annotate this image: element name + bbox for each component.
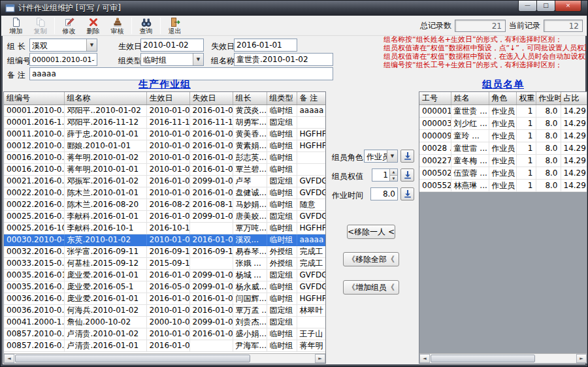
production-row-cell[interactable]: 00041.2000-1... [4,316,64,328]
production-row-cell[interactable]: 2016-01-01 [189,187,233,199]
production-row-cell[interactable]: 2016-01-01 [189,328,233,340]
member-row-cell[interactable]: 000552 ... [419,179,451,191]
column-header-group-type[interactable]: 组类型 [267,92,297,104]
production-row[interactable]: 00033.2015-0...何基桂.2015-09-122015-09-12张… [4,257,325,269]
scroll-left-button[interactable]: ◄ [4,354,14,363]
hscrollbar-thumb[interactable] [431,355,535,362]
toolbar-copy-button[interactable]: 复制 [28,16,52,35]
member-row-cell[interactable]: 作业员 [489,167,516,179]
production-row-cell[interactable]: 固定组 [267,304,297,316]
production-row-cell[interactable]: aaaaa [297,234,325,246]
toolbar-add-button[interactable]: 增加 [4,16,28,35]
member-row-cell[interactable]: 童冬梅 ... [451,154,489,167]
production-row-cell[interactable]: 2010-01-01 [146,187,189,199]
production-row-cell[interactable]: aaaaa [297,104,325,116]
work-time-input[interactable] [370,187,398,200]
production-row-cell[interactable]: 卢清贵.2016-01-01 [64,340,146,351]
member-row-cell[interactable]: 1 [516,142,536,154]
production-row-cell[interactable]: 杨永威... [233,281,267,293]
production-row[interactable]: 00001.2010-0...邓阳平..2010-01-022010-01-02… [4,104,325,116]
toolbar-edit-button[interactable]: 修改 [57,16,81,35]
production-row-cell[interactable]: 黄素娟... [233,140,267,152]
remove-all-button[interactable]: 《移除全部《 [343,252,399,266]
production-row-cell[interactable]: 2016-01-01 [189,293,233,304]
member-row-cell[interactable]: 8.0 [536,167,561,179]
group-no-field[interactable] [29,53,97,66]
maximize-button[interactable]: □ [536,1,555,12]
spin-down-button[interactable]: ▼ [390,175,397,182]
group-type-combobox[interactable]: 临时组 ▼ [140,53,204,66]
member-row-cell[interactable]: 童玲 ... [451,129,489,142]
production-row-cell[interactable]: 00016.2010-0... [4,152,64,163]
production-row-cell[interactable]: 2010-01-01 [146,163,189,175]
production-row-cell[interactable]: 00016.2010-0... [4,163,64,175]
production-row-cell[interactable]: HGFHFG [297,140,325,152]
production-row-cell[interactable]: 何海兵.2010-01-02 [64,304,146,316]
production-row-cell[interactable]: 陈木兰.2010-01-01 [64,187,146,199]
member-row-cell[interactable]: 1 [516,154,536,167]
production-row-cell[interactable]: HGFHFG [297,128,325,140]
member-row-cell[interactable]: 8.0 [536,117,561,129]
production-row-cell[interactable] [297,152,325,163]
toolbar-audit-button[interactable]: 审核 [105,16,129,35]
member-row-cell[interactable]: 14.29 [561,104,587,117]
effective-date-field[interactable] [140,39,204,52]
member-row[interactable]: 000227 ...童冬梅 ...作业员18.014.29 [419,154,587,167]
production-row[interactable]: 00041.2000-1...詹仙.2000-10-022000-10-0220… [4,316,325,328]
production-row-cell[interactable]: 2016-01-01 [189,128,233,140]
production-row-cell[interactable]: 00011.2010-0... [4,128,64,140]
production-row[interactable]: 00036.2010-0...何海兵.2010-01-022010-01-022… [4,304,325,316]
member-row-cell[interactable]: 000009 ... [419,129,451,142]
production-row[interactable]: 00011.2010-0...薛于忠.2010-01-012010-01-012… [4,128,325,140]
production-row-cell[interactable]: 何基桂.2015-09-12 [64,257,146,269]
member-row-cell[interactable]: 8.0 [536,179,561,191]
remove-one-button[interactable]: <移除一人 < [347,225,395,239]
production-row-cell[interactable]: 李献科.2016-10-1 [64,222,146,234]
member-row-cell[interactable]: 作业员 [489,154,516,167]
production-row-cell[interactable]: 薛于忠.2010-01-01 [64,128,146,140]
production-row-cell[interactable]: 00857.2010-0... [4,328,64,340]
production-row-cell[interactable] [297,116,325,128]
production-row[interactable]: 00030.2010-0-...东英.2010-01-022010-01-022… [4,234,325,246]
production-row-cell[interactable]: 临时组 [267,163,297,175]
member-row-cell[interactable]: 14.29 [561,179,587,191]
production-row-cell[interactable]: 2016-01-01 [146,269,189,281]
production-row-cell[interactable]: 临时组 [267,281,297,293]
column-header-leader[interactable]: 组长 [233,92,267,104]
members-hscrollbar[interactable]: ◄ ► [419,353,587,363]
production-row-cell[interactable]: 2099-01-01 [189,269,233,281]
production-row-cell[interactable]: 2016-01-01 [189,104,233,116]
production-row-cell[interactable]: 陈木兰.2016-08-20 [64,199,146,210]
production-row-cell[interactable]: 固定组 [267,116,297,128]
column-header-role[interactable]: 角色 [489,92,516,104]
production-row[interactable]: 00036.2016-0...庞业爱.2016-01-012016-01-012… [4,293,325,304]
production-row-cell[interactable]: 胡勇军... [233,116,267,128]
member-row-cell[interactable]: 1 [516,129,536,142]
member-row[interactable]: 000502 ...伍萤蓉 ...作业员18.014.29 [419,167,587,179]
production-row-cell[interactable]: 00035.2016-01-1 [4,269,64,281]
member-row-cell[interactable]: 000003 ... [419,117,451,129]
production-row-cell[interactable]: 随意 [297,199,325,210]
add-member-button[interactable]: 《增加组员《 [343,280,399,295]
production-row-cell[interactable]: 2016-01-01 [189,304,233,316]
apply-time-button[interactable] [400,187,414,200]
production-row[interactable]: 00016.2010-0...蒋年明.2010-01-022010-01-022… [4,152,325,163]
production-row[interactable]: 00857.2010-0...卢清贵.2010-01-022010-01-022… [4,328,325,340]
apply-role-button[interactable] [400,150,414,163]
production-row-cell[interactable]: HGFHFG [297,293,325,304]
production-row-cell[interactable]: 外授组 [267,246,297,257]
production-row[interactable]: 00025.2016-0...李献科.2016-01-012016-01-012… [4,210,325,222]
member-row-cell[interactable]: 8.0 [536,154,561,167]
production-row-cell[interactable]: 邓阳平.2016-11-12 [64,116,146,128]
production-row-cell[interactable]: 张学富.2016-09-11 [64,246,146,257]
member-row-cell[interactable]: 童世雷 ... [451,142,489,154]
member-row[interactable]: 000552 ...林燕琳 ...作业员18.014.29 [419,179,587,191]
production-row-cell[interactable] [189,340,233,351]
column-header-weight[interactable]: 权重 [516,92,536,104]
member-row-cell[interactable]: 14.29 [561,142,587,154]
member-row-cell[interactable]: 作业员 [489,142,516,154]
member-row-cell[interactable]: 14.29 [561,167,587,179]
production-row-cell[interactable]: 2016-10-1 [146,222,189,234]
member-row[interactable]: 000009 ...童玲 ...作业员18.014.29 [419,129,587,142]
production-row-cell[interactable] [297,163,325,175]
